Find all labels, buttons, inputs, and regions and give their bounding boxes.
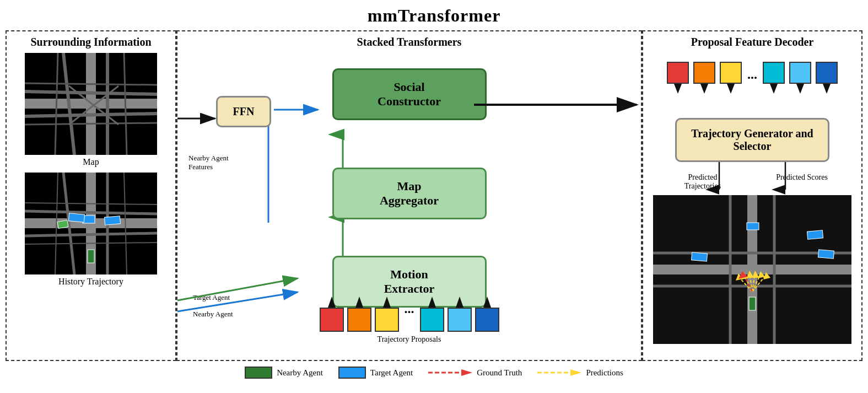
svg-marker-41 [483, 297, 491, 308]
target-agent-legend-label: Target Agent [370, 368, 413, 378]
left-panel-title: Surrounding Information [30, 36, 151, 49]
svg-rect-26 [88, 250, 94, 263]
predictions-legend: Predictions [537, 367, 623, 379]
middle-content: FFN Nearby Agent Features Social Constru… [183, 52, 635, 349]
diagram-area: Surrounding Information [0, 30, 868, 361]
svg-rect-61 [691, 252, 707, 261]
svg-marker-44 [727, 84, 735, 94]
map-aggregator-label: Map Aggregator [380, 179, 439, 207]
svg-marker-37 [355, 297, 363, 308]
nearby-agent-icon [245, 367, 272, 379]
svg-marker-45 [770, 84, 778, 94]
predictions-legend-label: Predictions [586, 368, 623, 378]
svg-marker-47 [823, 84, 831, 94]
svg-marker-38 [383, 297, 391, 308]
color-boxes-row: ··· [667, 62, 838, 94]
map-image [25, 53, 157, 155]
svg-rect-25 [104, 216, 120, 225]
target-agent-text: Target Agent [193, 293, 230, 302]
prediction-svg [653, 195, 851, 344]
trajectory-proposals: ··· [320, 297, 499, 332]
svg-marker-36 [328, 297, 336, 308]
nearby-agent-text: Nearby Agent [193, 310, 233, 318]
trajectory-proposals-label: Trajectory Proposals [378, 335, 441, 344]
svg-marker-43 [700, 84, 708, 94]
social-constructor-label: Social Constructor [378, 80, 441, 108]
nearby-agent-features-label: Nearby Agent Features [188, 154, 229, 171]
map-label: Map [83, 157, 99, 167]
map-svg [25, 53, 157, 155]
svg-line-17 [25, 233, 157, 236]
svg-marker-42 [674, 84, 682, 94]
svg-rect-23 [57, 220, 68, 229]
motion-extractor-label: Motion Extractor [384, 267, 435, 295]
svg-line-5 [25, 114, 157, 116]
predicted-trajectories-label: Predicted Trajectories [670, 173, 736, 191]
predictions-arrow-icon [537, 367, 581, 379]
right-panel: Proposal Feature Decoder [642, 30, 862, 361]
svg-rect-58 [747, 223, 759, 230]
target-agent-icon [338, 367, 366, 379]
map-aggregator-box: Map Aggregator [332, 168, 487, 219]
pred-label-row: Predicted Trajectories Predicted Scores [670, 173, 835, 191]
ground-truth-legend-label: Ground Truth [477, 368, 522, 378]
nearby-agent-label: Nearby Agent [193, 310, 233, 319]
ground-truth-legend: Ground Truth [428, 367, 522, 379]
right-content: ··· Trajectory Gen [649, 52, 856, 349]
svg-line-8 [25, 83, 157, 85]
prediction-image [653, 195, 851, 344]
ffn-label: FFN [233, 105, 255, 117]
svg-marker-87 [570, 369, 581, 376]
ground-truth-arrow-icon [428, 367, 472, 379]
svg-line-16 [25, 211, 157, 214]
middle-title: Stacked Transformers [357, 36, 462, 49]
left-panel: Surrounding Information [6, 30, 176, 361]
svg-rect-24 [68, 213, 84, 222]
svg-marker-85 [461, 369, 472, 376]
traj-gen-label: Trajectory Generator and Selector [691, 127, 813, 152]
middle-panel: Stacked Transformers [176, 30, 642, 361]
nearby-agent-legend: Nearby Agent [245, 367, 323, 379]
traj-proposals-text: Trajectory Proposals [378, 335, 441, 343]
history-label: History Trajectory [58, 277, 123, 287]
svg-marker-39 [428, 297, 436, 308]
svg-rect-62 [749, 297, 756, 310]
svg-marker-46 [796, 84, 804, 94]
history-image [25, 173, 157, 274]
social-constructor-box: Social Constructor [332, 68, 487, 120]
nearby-features-text: Nearby Agent Features [188, 154, 229, 171]
traj-gen-box: Trajectory Generator and Selector [675, 118, 829, 162]
main-title: mmTransformer [0, 0, 868, 30]
svg-rect-59 [807, 230, 823, 239]
dots1: ··· [405, 305, 414, 324]
ffn-box: FFN [216, 96, 271, 127]
history-svg [25, 173, 157, 274]
target-agent-legend: Target Agent [338, 367, 413, 379]
dots2: ··· [747, 71, 757, 85]
target-agent-label: Target Agent [193, 293, 230, 302]
nearby-agent-legend-label: Nearby Agent [277, 368, 323, 378]
svg-marker-40 [456, 297, 463, 308]
predicted-scores-label: Predicted Scores [769, 173, 835, 191]
right-panel-title: Proposal Feature Decoder [691, 36, 814, 49]
page-wrapper: mmTransformer Surrounding Information [0, 0, 868, 381]
legend-row: Nearby Agent Target Agent Ground Truth P… [0, 362, 868, 381]
svg-rect-60 [818, 250, 834, 259]
svg-line-4 [25, 91, 157, 94]
svg-line-9 [25, 123, 157, 125]
